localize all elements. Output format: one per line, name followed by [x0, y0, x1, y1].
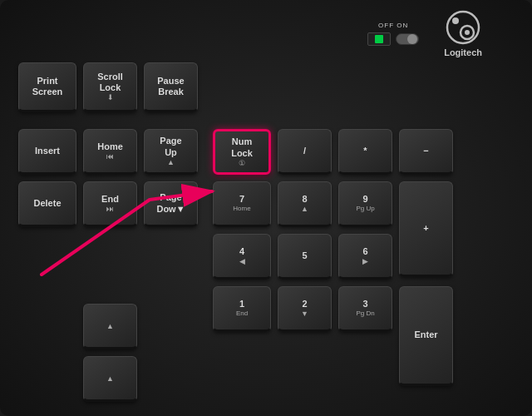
key-num-multiply[interactable]: *	[338, 129, 392, 175]
key-num-3[interactable]: 3 Pg Dn	[338, 286, 392, 332]
key-arrow-up[interactable]: ▲	[83, 304, 137, 349]
key-insert[interactable]: Insert	[18, 129, 76, 175]
key-scroll-lock-icon: ⬇	[107, 93, 114, 102]
key-num-5[interactable]: 5	[278, 234, 332, 280]
logitech-text: Logitech	[444, 47, 482, 57]
key-num-minus[interactable]: −	[399, 129, 453, 175]
svg-point-1	[452, 17, 459, 24]
key-num1-label: 1	[239, 299, 244, 310]
key-home-label: Home	[97, 141, 123, 152]
key-num-8[interactable]: 8 ▲	[278, 181, 332, 227]
key-delete[interactable]: Delete	[18, 181, 76, 227]
key-end[interactable]: End ⏭	[83, 181, 137, 227]
key-end-label: End	[101, 194, 119, 205]
key-num-4[interactable]: 4 ◀	[213, 234, 271, 280]
key-num4-label: 4	[239, 246, 244, 257]
indicator-area: OFF ON	[367, 22, 419, 46]
key-num-1[interactable]: 1 End	[213, 286, 271, 332]
key-num-divide[interactable]: /	[278, 129, 332, 175]
key-num7-label: 7	[239, 194, 244, 205]
key-numenter-label: Enter	[414, 329, 437, 340]
keyboard-background: OFF ON Logitech PrintScreen Scr	[0, 0, 532, 416]
key-pageup-icon: ▲	[167, 158, 175, 166]
key-num2-label: 2	[302, 299, 307, 310]
key-num9-sub: Pg Up	[356, 205, 374, 213]
indicator-label: OFF ON	[378, 22, 408, 29]
key-upleft-icon: ▲	[106, 374, 114, 383]
key-end-icon: ⏭	[106, 205, 114, 213]
key-numdiv-label: /	[303, 146, 306, 156]
toggle-switch[interactable]	[396, 33, 419, 45]
key-num4-icon: ◀	[239, 257, 245, 265]
key-num8-label: 8	[302, 194, 307, 205]
key-num8-icon: ▲	[301, 205, 308, 213]
key-home-icon: ⏮	[106, 152, 114, 161]
key-pageup-label: PageUp	[160, 136, 181, 157]
key-numplus-label: +	[423, 223, 428, 234]
key-print-screen-label: PrintScreen	[32, 76, 63, 97]
key-numlock-label: NumLock	[231, 136, 253, 158]
key-print-screen[interactable]: PrintScreen	[18, 62, 76, 112]
svg-point-3	[465, 30, 470, 35]
key-up-left[interactable]: ▲	[83, 356, 137, 402]
led-indicator	[367, 32, 391, 46]
key-scroll-lock-label: ScrollLock	[97, 72, 123, 93]
key-home[interactable]: Home ⏮	[83, 129, 137, 175]
key-num1-sub: End	[236, 310, 248, 318]
key-pause-break[interactable]: PauseBreak	[144, 62, 198, 112]
key-pagedown-label: PageDow▼	[156, 192, 185, 214]
top-bar: OFF ON Logitech	[367, 10, 482, 57]
key-num9-label: 9	[362, 194, 367, 205]
key-numlock-icon: ①	[239, 159, 245, 167]
key-numminus-label: −	[423, 146, 428, 156]
led-light	[375, 35, 383, 43]
key-num6-label: 6	[362, 246, 367, 257]
key-nummul-label: *	[363, 146, 367, 156]
key-num-6[interactable]: 6 ▶	[338, 234, 392, 280]
key-num-enter[interactable]: Enter	[399, 286, 453, 386]
key-num-lock[interactable]: NumLock ①	[213, 129, 271, 175]
key-num5-label: 5	[302, 250, 307, 261]
key-delete-label: Delete	[33, 198, 61, 209]
key-num-plus[interactable]: +	[399, 181, 453, 277]
key-up-icon: ▲	[106, 322, 114, 330]
toggle-knob	[407, 34, 417, 44]
key-insert-label: Insert	[35, 146, 60, 156]
key-num-7[interactable]: 7 Home	[213, 181, 271, 227]
key-num-9[interactable]: 9 Pg Up	[338, 181, 392, 227]
logitech-logo-icon	[446, 10, 480, 45]
key-num3-label: 3	[362, 299, 367, 310]
key-page-down[interactable]: PageDow▼	[144, 181, 198, 227]
key-num3-sub: Pg Dn	[356, 310, 374, 318]
key-scroll-lock[interactable]: ScrollLock ⬇	[83, 62, 137, 112]
key-num6-icon: ▶	[362, 257, 368, 265]
key-num2-icon: ▼	[301, 310, 308, 318]
key-pause-label: PauseBreak	[157, 76, 184, 97]
key-page-up[interactable]: PageUp ▲	[144, 129, 198, 175]
key-num-2[interactable]: 2 ▼	[278, 286, 332, 332]
indicator-row	[367, 32, 419, 46]
logitech-logo: Logitech	[444, 10, 482, 57]
key-num7-sub: Home	[233, 205, 250, 213]
